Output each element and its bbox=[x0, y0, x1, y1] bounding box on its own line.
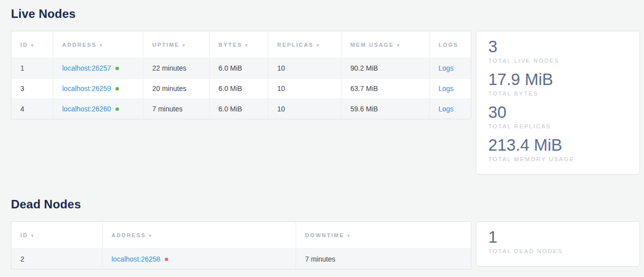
table-cell: localhost:26257 bbox=[53, 58, 143, 79]
node-status-live-dot bbox=[115, 67, 119, 70]
column-header-label: MEM USAGE bbox=[350, 42, 394, 48]
sort-arrow-icon: ▾ bbox=[149, 233, 152, 238]
table-row: 4localhost:262607 minutes6.0 MiB1059.6 M… bbox=[11, 99, 471, 119]
summary-stat-label: TOTAL LIVE NODES bbox=[488, 58, 628, 64]
summary-stat-value: 17.9 MiB bbox=[488, 70, 628, 89]
table-cell: Logs bbox=[429, 79, 471, 99]
table-cell: 6.0 MiB bbox=[210, 58, 268, 79]
table-cell: 6.0 MiB bbox=[210, 79, 268, 99]
table-cell: 6.0 MiB bbox=[210, 99, 268, 119]
summary-stat: 3TOTAL LIVE NODES bbox=[488, 37, 628, 64]
summary-stat-value: 213.4 MiB bbox=[488, 136, 628, 155]
column-header-downtime[interactable]: DOWNTIME▾ bbox=[296, 222, 471, 249]
sort-arrow-icon: ▾ bbox=[397, 43, 401, 48]
dead-nodes-section: Dead Nodes ID▾ADDRESS▾DOWNTIME▾ 2localho… bbox=[11, 197, 640, 270]
summary-stat-value: 30 bbox=[488, 103, 628, 122]
column-header-id[interactable]: ID▾ bbox=[11, 31, 53, 58]
column-header-label: BYTES bbox=[218, 42, 242, 48]
summary-stat-label: TOTAL DEAD NODES bbox=[488, 248, 628, 254]
summary-stat: 30TOTAL REPLICAS bbox=[488, 103, 628, 129]
column-header-label: UPTIME bbox=[152, 42, 180, 48]
dead-nodes-table: ID▾ADDRESS▾DOWNTIME▾ 2localhost:262587 m… bbox=[11, 221, 471, 270]
live-nodes-table: ID▾ADDRESS▾UPTIME▾BYTES▾REPLICAS▾MEM USA… bbox=[11, 31, 471, 119]
sort-arrow-icon: ▾ bbox=[100, 43, 103, 48]
table-cell: 20 minutes bbox=[143, 79, 210, 99]
sort-arrow-icon: ▾ bbox=[317, 43, 320, 48]
column-header-replicas[interactable]: REPLICAS▾ bbox=[268, 31, 341, 58]
table-cell: 90.2 MiB bbox=[341, 58, 429, 79]
summary-stat: 1TOTAL DEAD NODES bbox=[488, 228, 628, 254]
table-cell: 1 bbox=[11, 58, 53, 79]
table-cell: localhost:26260 bbox=[53, 99, 143, 119]
node-address-link[interactable]: localhost:26259 bbox=[62, 85, 111, 92]
summary-stat: 17.9 MiBTOTAL BYTES bbox=[488, 70, 628, 96]
table-cell: Logs bbox=[429, 58, 471, 79]
summary-stat-value: 3 bbox=[488, 37, 628, 56]
table-cell: localhost:26259 bbox=[53, 79, 143, 99]
table-row: 3localhost:2625920 minutes6.0 MiB1063.7 … bbox=[11, 79, 471, 99]
node-status-live-dot bbox=[115, 107, 119, 111]
sort-arrow-icon: ▾ bbox=[245, 43, 249, 48]
table-cell: 63.7 MiB bbox=[341, 79, 429, 99]
node-address-link[interactable]: localhost:26260 bbox=[62, 105, 111, 113]
column-header-label: ID bbox=[20, 42, 28, 48]
table-row: 1localhost:2625722 minutes6.0 MiB1090.2 … bbox=[11, 58, 471, 79]
table-cell: 22 minutes bbox=[143, 58, 210, 79]
sort-arrow-icon: ▾ bbox=[31, 43, 34, 48]
column-header-mem-usage[interactable]: MEM USAGE▾ bbox=[341, 31, 429, 58]
column-header-logs: LOGS bbox=[429, 31, 471, 58]
table-cell: Logs bbox=[429, 99, 471, 119]
summary-stat-label: TOTAL BYTES bbox=[488, 91, 628, 96]
live-nodes-section: Live Nodes ID▾ADDRESS▾UPTIME▾BYTES▾REPLI… bbox=[11, 0, 640, 175]
table-row: 2localhost:262587 minutes bbox=[11, 249, 471, 270]
column-header-label: DOWNTIME bbox=[305, 232, 344, 238]
node-status-live-dot bbox=[115, 87, 119, 91]
table-cell: localhost:26258 bbox=[103, 249, 296, 270]
table-cell: 7 minutes bbox=[143, 99, 210, 119]
table-header-row: ID▾ADDRESS▾DOWNTIME▾ bbox=[11, 222, 471, 249]
table-cell: 10 bbox=[268, 58, 341, 79]
summary-stat: 213.4 MiBTOTAL MEMORY USAGE bbox=[488, 136, 628, 162]
logs-link[interactable]: Logs bbox=[438, 105, 453, 113]
column-header-label: ID bbox=[20, 232, 28, 238]
column-header-bytes[interactable]: BYTES▾ bbox=[210, 31, 268, 58]
dead-nodes-heading: Dead Nodes bbox=[11, 197, 640, 211]
table-cell: 4 bbox=[11, 99, 53, 119]
column-header-label: REPLICAS bbox=[277, 42, 314, 48]
column-header-uptime[interactable]: UPTIME▾ bbox=[143, 31, 210, 58]
summary-stat-value: 1 bbox=[488, 228, 628, 247]
node-overview-page: Live Nodes ID▾ADDRESS▾UPTIME▾BYTES▾REPLI… bbox=[0, 0, 644, 270]
live-nodes-heading: Live Nodes bbox=[11, 0, 640, 21]
sort-arrow-icon: ▾ bbox=[31, 233, 34, 238]
sort-arrow-icon: ▾ bbox=[347, 233, 351, 238]
logs-link[interactable]: Logs bbox=[438, 85, 453, 92]
summary-stat-label: TOTAL REPLICAS bbox=[488, 123, 628, 129]
column-header-address[interactable]: ADDRESS▾ bbox=[53, 31, 143, 58]
table-header-row: ID▾ADDRESS▾UPTIME▾BYTES▾REPLICAS▾MEM USA… bbox=[11, 31, 471, 58]
column-header-id[interactable]: ID▾ bbox=[11, 222, 103, 249]
node-status-dead-dot bbox=[165, 258, 168, 261]
dead-nodes-summary-card: 1TOTAL DEAD NODES bbox=[476, 221, 640, 267]
logs-link[interactable]: Logs bbox=[438, 64, 453, 72]
table-cell: 3 bbox=[11, 79, 53, 99]
table-cell: 10 bbox=[268, 79, 341, 99]
column-header-label: LOGS bbox=[438, 42, 458, 48]
summary-stat-label: TOTAL MEMORY USAGE bbox=[488, 156, 628, 162]
table-cell: 59.6 MiB bbox=[341, 99, 429, 119]
table-cell: 10 bbox=[268, 99, 341, 119]
column-header-address[interactable]: ADDRESS▾ bbox=[103, 222, 296, 249]
node-address-link[interactable]: localhost:26258 bbox=[111, 255, 160, 263]
column-header-label: ADDRESS bbox=[111, 232, 146, 238]
table-cell: 2 bbox=[11, 249, 103, 270]
column-header-label: ADDRESS bbox=[62, 42, 97, 48]
node-address-link[interactable]: localhost:26257 bbox=[62, 64, 111, 72]
live-nodes-summary-card: 3TOTAL LIVE NODES17.9 MiBTOTAL BYTES30TO… bbox=[476, 31, 640, 175]
table-cell: 7 minutes bbox=[296, 249, 471, 270]
sort-arrow-icon: ▾ bbox=[183, 43, 186, 48]
